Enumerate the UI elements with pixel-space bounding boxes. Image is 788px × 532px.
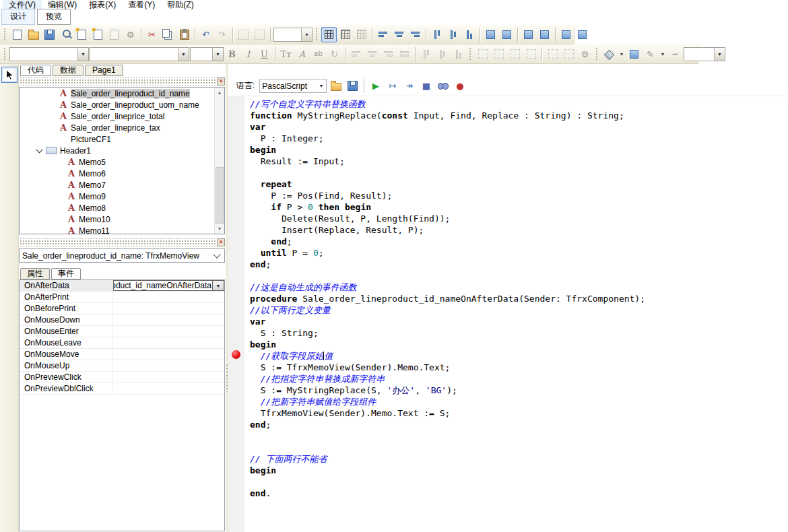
- fill-style-button[interactable]: [626, 46, 642, 62]
- menu-help[interactable]: 帮助(Z): [161, 0, 199, 10]
- event-row[interactable]: OnAfterPrint: [20, 292, 224, 303]
- code-line[interactable]: [250, 430, 788, 442]
- tree-item[interactable]: AMemo8: [20, 202, 224, 213]
- event-value[interactable]: [113, 326, 224, 337]
- code-line[interactable]: end;: [250, 236, 788, 247]
- copy-button[interactable]: [160, 27, 176, 42]
- tree-panel-drag-handle[interactable]: [19, 77, 225, 86]
- code-line[interactable]: var: [250, 316, 788, 327]
- toolbar-grip[interactable]: [3, 47, 7, 61]
- code-editor[interactable]: //写个自定义字符串替换函数function MyStringReplace(c…: [244, 96, 788, 532]
- fill-color-button[interactable]: [601, 46, 617, 62]
- code-line[interactable]: //把新字符串赋值给字段组件: [250, 396, 788, 407]
- code-line[interactable]: S : String;: [250, 327, 788, 339]
- code-line[interactable]: var: [250, 121, 788, 133]
- code-line[interactable]: //以下两行定义变量: [250, 304, 788, 316]
- code-line[interactable]: Result := Input;: [250, 156, 788, 167]
- fill-color-dropdown-icon[interactable]: ▼: [618, 46, 626, 61]
- undo-button[interactable]: ↶: [198, 27, 214, 42]
- code-line[interactable]: [250, 270, 788, 281]
- code-line[interactable]: P : Integer;: [250, 133, 788, 144]
- close-inspector-icon[interactable]: [217, 238, 225, 246]
- tree-item[interactable]: PictureCF1: [20, 133, 224, 145]
- run-script-button[interactable]: ▶: [368, 78, 383, 94]
- object-selector-combo[interactable]: Sale_order_lineproduct_id_name: TfrxMemo…: [19, 248, 225, 263]
- view-tab-preview[interactable]: 预览: [37, 9, 71, 25]
- font-size-combo[interactable]: ▼: [190, 47, 224, 61]
- event-value[interactable]: [113, 292, 224, 302]
- open-report-button[interactable]: [26, 27, 41, 42]
- step-into-button[interactable]: ↦: [385, 78, 400, 94]
- script-language-combo[interactable]: PascalScript▼: [259, 79, 327, 93]
- code-line[interactable]: //把指定字符串替换成新字符串: [250, 373, 788, 385]
- event-row[interactable]: OnPreviewDblClick: [20, 383, 224, 395]
- line-width-combo[interactable]: ▼: [684, 47, 725, 61]
- same-width-button[interactable]: [558, 27, 574, 42]
- new-report-button[interactable]: [9, 27, 25, 42]
- tree-scrollbar[interactable]: ▲ ▼: [214, 88, 224, 234]
- center-horizontally-button[interactable]: [521, 27, 536, 42]
- event-row[interactable]: OnMouseLeave: [20, 337, 224, 349]
- show-grid-button[interactable]: [321, 27, 337, 42]
- toolbar-grip[interactable]: [595, 47, 599, 61]
- event-value[interactable]: [113, 383, 224, 394]
- event-row[interactable]: OnAfterDataieproduct_id_nameOnAfterData▼: [20, 280, 224, 292]
- code-line[interactable]: Insert(Replace, Result, P);: [250, 224, 788, 236]
- code-line[interactable]: S := MyStringReplace(S, '办公', 'BG');: [250, 385, 788, 396]
- center-vertically-button[interactable]: [537, 27, 552, 42]
- breakpoint-button[interactable]: ●: [452, 78, 467, 94]
- scrollbar-thumb[interactable]: [216, 167, 224, 224]
- chevron-expanded-icon[interactable]: [36, 146, 43, 153]
- same-height-button[interactable]: [574, 27, 590, 42]
- close-tree-panel-icon[interactable]: [217, 77, 225, 86]
- tree-item[interactable]: AMemo11: [20, 225, 224, 234]
- code-line[interactable]: begin: [250, 465, 788, 476]
- tree-item[interactable]: AMemo5: [20, 156, 224, 168]
- code-line[interactable]: [250, 442, 788, 453]
- toolbar-grip[interactable]: [315, 28, 319, 41]
- code-line[interactable]: repeat: [250, 178, 788, 190]
- inspector-tab-properties[interactable]: 属性: [20, 268, 50, 279]
- code-line[interactable]: end;: [250, 419, 788, 430]
- align-middles-button[interactable]: [445, 27, 461, 42]
- code-line[interactable]: procedure Sale_order_lineproduct_id_name…: [250, 293, 788, 304]
- code-line[interactable]: P := Pos(Find, Result);: [250, 190, 788, 201]
- event-value[interactable]: [113, 314, 224, 325]
- event-dropdown-icon[interactable]: ▼: [212, 281, 224, 290]
- zoom-combo[interactable]: ▼: [273, 28, 313, 42]
- toolbar-grip[interactable]: [469, 47, 472, 61]
- save-report-button[interactable]: [42, 27, 57, 42]
- workspace-tab-page1[interactable]: Page1: [85, 65, 123, 76]
- scroll-down-icon[interactable]: ▼: [215, 224, 224, 234]
- code-line[interactable]: TfrxMemoView(Sender).Memo.Text := S;: [250, 407, 788, 419]
- paste-button[interactable]: [176, 27, 192, 42]
- space-vertically-button[interactable]: [499, 27, 515, 42]
- menu-report[interactable]: 报表(X): [83, 0, 122, 10]
- inspector-drag-handle[interactable]: [19, 238, 225, 246]
- space-horizontally-button[interactable]: [483, 27, 498, 42]
- code-line[interactable]: end.: [250, 488, 788, 499]
- event-row[interactable]: OnPreviewClick: [20, 372, 224, 383]
- event-row[interactable]: OnMouseMove: [20, 349, 224, 360]
- event-row[interactable]: OnMouseDown: [20, 314, 224, 326]
- code-line[interactable]: Delete(Result, P, Length(Find));: [250, 213, 788, 224]
- code-line[interactable]: //写个自定义字符串替换函数: [250, 98, 788, 110]
- event-value[interactable]: [113, 349, 224, 360]
- code-line[interactable]: // 下面两行不能省: [250, 453, 788, 465]
- preview-report-button[interactable]: [58, 27, 73, 42]
- event-value[interactable]: [113, 337, 224, 348]
- align-bottoms-button[interactable]: [461, 27, 477, 42]
- code-line[interactable]: //这是自动生成的事件函数: [250, 281, 788, 293]
- code-line[interactable]: until P = 0;: [250, 247, 788, 259]
- event-value[interactable]: ieproduct_id_nameOnAfterData▼: [113, 280, 224, 291]
- workspace-tab-data[interactable]: 数据: [53, 65, 84, 76]
- code-line[interactable]: function MyStringReplace(const Input, Fi…: [250, 110, 788, 121]
- stop-script-button[interactable]: ■: [418, 78, 434, 94]
- event-value[interactable]: [113, 360, 224, 371]
- code-line[interactable]: S := TfrxMemoView(Sender).Memo.Text;: [250, 362, 788, 373]
- code-line[interactable]: [250, 167, 788, 178]
- code-line[interactable]: begin: [250, 144, 788, 156]
- tree-item[interactable]: Header1: [20, 145, 224, 156]
- tree-item[interactable]: AMemo7: [20, 179, 224, 191]
- view-tab-design[interactable]: 设计: [1, 9, 35, 25]
